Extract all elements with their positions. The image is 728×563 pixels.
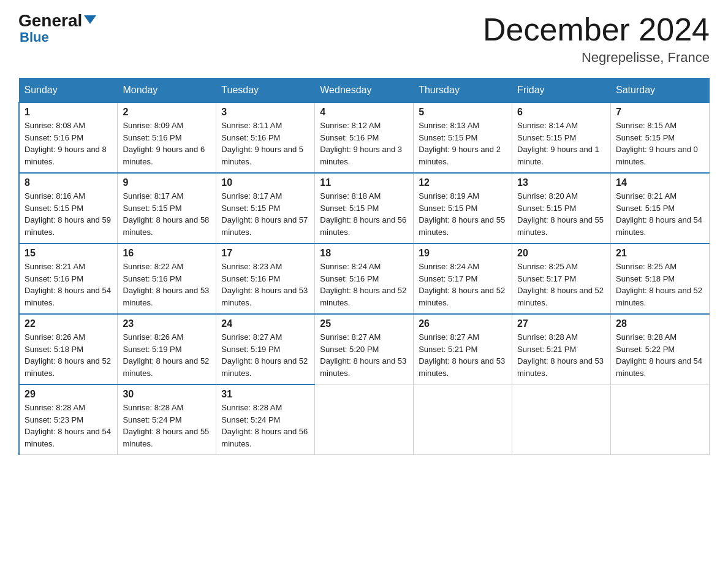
day-number: 7 xyxy=(616,107,704,118)
day-info: Sunrise: 8:28 AMSunset: 5:23 PMDaylight:… xyxy=(25,403,111,448)
day-info: Sunrise: 8:28 AMSunset: 5:24 PMDaylight:… xyxy=(221,403,308,448)
calendar-cell: 6 Sunrise: 8:14 AMSunset: 5:15 PMDayligh… xyxy=(512,102,611,173)
day-info: Sunrise: 8:24 AMSunset: 5:16 PMDaylight:… xyxy=(320,262,406,307)
day-number: 24 xyxy=(221,318,309,329)
calendar-cell xyxy=(611,385,710,455)
page-header: General Blue December 2024 Negrepelisse,… xyxy=(18,12,710,66)
day-info: Sunrise: 8:13 AMSunset: 5:15 PMDaylight:… xyxy=(419,121,501,166)
calendar-week-row: 1 Sunrise: 8:08 AMSunset: 5:16 PMDayligh… xyxy=(19,102,710,173)
day-info: Sunrise: 8:26 AMSunset: 5:19 PMDaylight:… xyxy=(123,332,209,378)
day-number: 31 xyxy=(221,389,309,400)
header-saturday: Saturday xyxy=(611,79,710,103)
day-number: 22 xyxy=(25,318,112,329)
day-number: 28 xyxy=(616,318,704,329)
calendar-cell: 28 Sunrise: 8:28 AMSunset: 5:22 PMDaylig… xyxy=(611,314,710,385)
day-number: 16 xyxy=(123,248,211,259)
calendar-cell: 21 Sunrise: 8:25 AMSunset: 5:18 PMDaylig… xyxy=(611,243,710,314)
calendar-cell: 30 Sunrise: 8:28 AMSunset: 5:24 PMDaylig… xyxy=(118,385,216,455)
calendar-cell: 14 Sunrise: 8:21 AMSunset: 5:15 PMDaylig… xyxy=(611,173,710,243)
day-info: Sunrise: 8:12 AMSunset: 5:16 PMDaylight:… xyxy=(320,121,402,166)
day-number: 8 xyxy=(25,177,112,188)
day-info: Sunrise: 8:27 AMSunset: 5:20 PMDaylight:… xyxy=(320,332,406,378)
calendar-cell: 29 Sunrise: 8:28 AMSunset: 5:23 PMDaylig… xyxy=(19,385,118,455)
calendar-cell: 12 Sunrise: 8:19 AMSunset: 5:15 PMDaylig… xyxy=(414,173,512,243)
day-number: 11 xyxy=(320,177,408,188)
day-info: Sunrise: 8:28 AMSunset: 5:21 PMDaylight:… xyxy=(517,332,604,378)
calendar-table: Sunday Monday Tuesday Wednesday Thursday… xyxy=(18,78,710,455)
day-number: 10 xyxy=(221,177,309,188)
day-info: Sunrise: 8:20 AMSunset: 5:15 PMDaylight:… xyxy=(517,191,604,237)
day-info: Sunrise: 8:09 AMSunset: 5:16 PMDaylight:… xyxy=(123,121,205,166)
calendar-cell: 3 Sunrise: 8:11 AMSunset: 5:16 PMDayligh… xyxy=(216,102,315,173)
calendar-cell: 20 Sunrise: 8:25 AMSunset: 5:17 PMDaylig… xyxy=(512,243,611,314)
day-info: Sunrise: 8:27 AMSunset: 5:19 PMDaylight:… xyxy=(221,332,308,378)
calendar-cell: 2 Sunrise: 8:09 AMSunset: 5:16 PMDayligh… xyxy=(118,102,216,173)
logo-triangle-icon xyxy=(84,15,96,24)
day-number: 13 xyxy=(517,177,605,188)
day-number: 2 xyxy=(123,107,211,118)
day-info: Sunrise: 8:25 AMSunset: 5:17 PMDaylight:… xyxy=(517,262,604,307)
day-info: Sunrise: 8:16 AMSunset: 5:15 PMDaylight:… xyxy=(25,191,111,237)
day-number: 23 xyxy=(123,318,211,329)
header-tuesday: Tuesday xyxy=(216,79,315,103)
day-number: 6 xyxy=(517,107,605,118)
day-number: 3 xyxy=(221,107,309,118)
day-info: Sunrise: 8:18 AMSunset: 5:15 PMDaylight:… xyxy=(320,191,406,237)
header-thursday: Thursday xyxy=(414,79,512,103)
day-info: Sunrise: 8:14 AMSunset: 5:15 PMDaylight:… xyxy=(517,121,599,166)
header-monday: Monday xyxy=(118,79,216,103)
calendar-cell: 1 Sunrise: 8:08 AMSunset: 5:16 PMDayligh… xyxy=(19,102,118,173)
month-title: December 2024 xyxy=(483,12,710,47)
day-info: Sunrise: 8:08 AMSunset: 5:16 PMDaylight:… xyxy=(25,121,107,166)
day-info: Sunrise: 8:24 AMSunset: 5:17 PMDaylight:… xyxy=(419,262,505,307)
calendar-cell: 9 Sunrise: 8:17 AMSunset: 5:15 PMDayligh… xyxy=(118,173,216,243)
day-number: 30 xyxy=(123,389,211,400)
day-number: 14 xyxy=(616,177,704,188)
logo-general-text: General xyxy=(18,12,82,29)
calendar-cell: 22 Sunrise: 8:26 AMSunset: 5:18 PMDaylig… xyxy=(19,314,118,385)
day-info: Sunrise: 8:26 AMSunset: 5:18 PMDaylight:… xyxy=(25,332,111,378)
calendar-cell: 25 Sunrise: 8:27 AMSunset: 5:20 PMDaylig… xyxy=(315,314,414,385)
day-info: Sunrise: 8:28 AMSunset: 5:22 PMDaylight:… xyxy=(616,332,702,378)
day-number: 5 xyxy=(419,107,507,118)
day-number: 1 xyxy=(25,107,112,118)
logo: General Blue xyxy=(18,12,96,45)
day-number: 17 xyxy=(221,248,309,259)
calendar-cell: 18 Sunrise: 8:24 AMSunset: 5:16 PMDaylig… xyxy=(315,243,414,314)
day-number: 29 xyxy=(25,389,112,400)
day-number: 21 xyxy=(616,248,704,259)
day-number: 9 xyxy=(123,177,211,188)
day-info: Sunrise: 8:11 AMSunset: 5:16 PMDaylight:… xyxy=(221,121,303,166)
calendar-cell: 26 Sunrise: 8:27 AMSunset: 5:21 PMDaylig… xyxy=(414,314,512,385)
day-number: 4 xyxy=(320,107,408,118)
calendar-cell: 27 Sunrise: 8:28 AMSunset: 5:21 PMDaylig… xyxy=(512,314,611,385)
logo-blue-text: Blue xyxy=(20,29,49,45)
day-info: Sunrise: 8:27 AMSunset: 5:21 PMDaylight:… xyxy=(419,332,505,378)
day-info: Sunrise: 8:28 AMSunset: 5:24 PMDaylight:… xyxy=(123,403,209,448)
calendar-cell: 17 Sunrise: 8:23 AMSunset: 5:16 PMDaylig… xyxy=(216,243,315,314)
calendar-cell: 5 Sunrise: 8:13 AMSunset: 5:15 PMDayligh… xyxy=(414,102,512,173)
calendar-cell: 16 Sunrise: 8:22 AMSunset: 5:16 PMDaylig… xyxy=(118,243,216,314)
day-info: Sunrise: 8:21 AMSunset: 5:15 PMDaylight:… xyxy=(616,191,702,237)
calendar-cell: 13 Sunrise: 8:20 AMSunset: 5:15 PMDaylig… xyxy=(512,173,611,243)
title-section: December 2024 Negrepelisse, France xyxy=(483,12,710,66)
day-number: 12 xyxy=(419,177,507,188)
day-number: 27 xyxy=(517,318,605,329)
header-wednesday: Wednesday xyxy=(315,79,414,103)
calendar-cell: 7 Sunrise: 8:15 AMSunset: 5:15 PMDayligh… xyxy=(611,102,710,173)
location-subtitle: Negrepelisse, France xyxy=(483,50,710,66)
header-friday: Friday xyxy=(512,79,611,103)
calendar-cell xyxy=(315,385,414,455)
calendar-cell: 11 Sunrise: 8:18 AMSunset: 5:15 PMDaylig… xyxy=(315,173,414,243)
calendar-week-row: 8 Sunrise: 8:16 AMSunset: 5:15 PMDayligh… xyxy=(19,173,710,243)
day-info: Sunrise: 8:19 AMSunset: 5:15 PMDaylight:… xyxy=(419,191,505,237)
day-number: 18 xyxy=(320,248,408,259)
calendar-cell xyxy=(512,385,611,455)
calendar-cell: 23 Sunrise: 8:26 AMSunset: 5:19 PMDaylig… xyxy=(118,314,216,385)
day-info: Sunrise: 8:22 AMSunset: 5:16 PMDaylight:… xyxy=(123,262,209,307)
day-info: Sunrise: 8:15 AMSunset: 5:15 PMDaylight:… xyxy=(616,121,698,166)
day-number: 19 xyxy=(419,248,507,259)
calendar-week-row: 29 Sunrise: 8:28 AMSunset: 5:23 PMDaylig… xyxy=(19,385,710,455)
calendar-header-row: Sunday Monday Tuesday Wednesday Thursday… xyxy=(19,79,710,103)
calendar-cell: 24 Sunrise: 8:27 AMSunset: 5:19 PMDaylig… xyxy=(216,314,315,385)
